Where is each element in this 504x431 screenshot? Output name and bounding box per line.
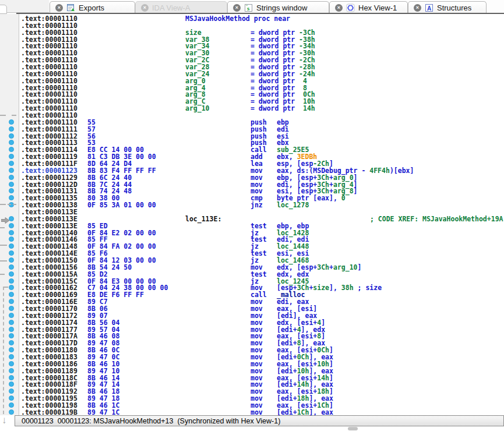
- address-dot: [9, 236, 14, 242]
- asm-column: = dword ptr 14h: [251, 105, 315, 112]
- svg-text:“: “: [246, 4, 248, 9]
- flow-arrow-dash: [8, 204, 11, 205]
- asm-column: 89 47 1C: [87, 409, 119, 415]
- flow-arrow-dash: [0, 115, 6, 116]
- address-dot: [9, 327, 14, 332]
- tab-bar-left-gutter: [0, 0, 49, 13]
- asm-line[interactable]: .text:00001110MSJavaHookMethod proc near: [19, 15, 504, 22]
- asm-text: 89 47 1C: [87, 408, 119, 415]
- flow-arrow-dash: [0, 204, 6, 205]
- address-dot: [9, 313, 14, 318]
- address-dot: [9, 126, 14, 132]
- address-dot: [9, 368, 14, 373]
- hex-icon: [346, 3, 355, 12]
- asm-line[interactable]: .text:000011380F 85 3A 01 00 00jnzloc_12…: [19, 202, 504, 209]
- flow-arrow-dash: [12, 115, 16, 116]
- status-text: 00001123 00001123: MSJavaHookMethod+13 (…: [22, 417, 280, 425]
- address-dot: [9, 333, 14, 338]
- tab-strings-window[interactable]: ×s“Strings window: [227, 1, 329, 13]
- flow-arrow-dash: [3, 287, 8, 288]
- tab-label: Structures: [437, 3, 471, 12]
- tab-label: Strings window: [256, 3, 307, 12]
- margin-down-arrow-icon: ↓: [2, 415, 7, 426]
- address-dot: [9, 292, 14, 297]
- address-dot: [9, 381, 14, 387]
- address-dot: [9, 285, 14, 290]
- address-dot: [9, 175, 14, 180]
- address-dot: [9, 230, 14, 235]
- flow-arrow-dash: [13, 204, 16, 205]
- current-position-arrow-icon: [1, 216, 10, 226]
- asm-text: 1Ch: [297, 408, 309, 415]
- tab-label: Hex View-1: [358, 3, 397, 12]
- asm-column: MSJavaHookMethod proc near: [185, 15, 290, 22]
- asm-column: mov: [251, 409, 263, 415]
- address-dot: [9, 388, 14, 394]
- asm-column: 0F 85 3A 01 00 00: [87, 202, 156, 209]
- address-dot: [9, 409, 14, 415]
- asm-column: arg_10: [185, 105, 210, 112]
- tab-label: IDA View-A: [152, 3, 191, 12]
- horizontal-scrollbar-thumb[interactable]: [348, 427, 358, 430]
- asm-column: jnz: [251, 202, 263, 209]
- address-dot: [9, 140, 14, 145]
- tab-close-icon[interactable]: ×: [335, 4, 343, 12]
- asm-text: [edi+: [277, 408, 297, 415]
- address-dot: [9, 161, 14, 166]
- asm-column: ; CODE XREF: MSJavaHookMethod+19A↓j: [370, 216, 504, 222]
- address-dot: [9, 354, 14, 359]
- address-dot: [9, 278, 14, 284]
- address-dot: [9, 168, 14, 173]
- address-dot: [9, 271, 14, 277]
- tab-label: Exports: [79, 3, 104, 12]
- tab-ida-view-a[interactable]: ×IDA View-A: [135, 1, 227, 13]
- tab-structures[interactable]: ×AStructures: [408, 1, 487, 13]
- address-dot: [9, 257, 14, 263]
- asm-line[interactable]: .text:0000119B89 47 1Cmov[edi+1Ch], eax: [19, 409, 504, 415]
- address-dot: [9, 154, 14, 159]
- address-dot: [9, 147, 14, 152]
- partial-hidden-tab: [0, 5, 7, 14]
- address-dot: [9, 195, 14, 200]
- address-dot: [9, 347, 14, 352]
- address-dot: [9, 182, 14, 187]
- svg-text:A: A: [427, 5, 431, 11]
- flow-arrow-dash: [0, 260, 7, 262]
- disassembly-listing[interactable]: .text:00001110MSJavaHookMethod proc near…: [19, 14, 504, 415]
- tab-bar: ×Exports×IDA View-A×s“Strings window×Hex…: [0, 0, 504, 14]
- address-dot: [9, 264, 14, 270]
- tab-hex-view-1[interactable]: ×Hex View-1: [329, 1, 408, 13]
- flow-arrow-dash: [0, 274, 5, 275]
- asm-text: ], eax: [309, 408, 333, 415]
- strings-icon: s“: [244, 3, 253, 12]
- address-dot: [9, 340, 14, 345]
- address-dot: [9, 375, 14, 380]
- asm-column: .text:0000119B: [21, 409, 77, 415]
- tab-exports[interactable]: ×Exports: [50, 1, 135, 13]
- address-dot: [9, 243, 14, 249]
- asm-column: [edi+1Ch], eax: [277, 409, 333, 415]
- asm-column: loc_113E:: [185, 216, 221, 222]
- address-dot: [9, 188, 14, 193]
- tab-close-icon[interactable]: ×: [414, 4, 421, 12]
- tab-close-icon[interactable]: ×: [141, 4, 149, 12]
- flow-arrow-dash-vertical: [3, 287, 4, 414]
- flow-arrow-dash: [0, 227, 5, 228]
- asm-line[interactable]: .text:00001110arg_10= dword ptr 14h: [19, 105, 504, 112]
- flow-arrow-dash: [0, 245, 7, 246]
- exports-icon: [66, 3, 75, 12]
- address-dot: [9, 395, 14, 401]
- address-dot: [9, 361, 14, 366]
- address-dot: [9, 320, 14, 325]
- address-dot: [9, 250, 14, 256]
- address-dot: [9, 402, 14, 408]
- tab-close-icon[interactable]: ×: [55, 4, 63, 12]
- asm-column: loc_1278: [277, 202, 309, 209]
- structures-icon: A: [425, 3, 433, 12]
- address-dot: [9, 119, 14, 125]
- asm-text: .text:0000119B: [21, 408, 77, 415]
- tab-close-icon[interactable]: ×: [233, 4, 241, 12]
- address-dot: [9, 133, 14, 139]
- address-dot: [9, 306, 14, 311]
- address-dot: [9, 299, 14, 304]
